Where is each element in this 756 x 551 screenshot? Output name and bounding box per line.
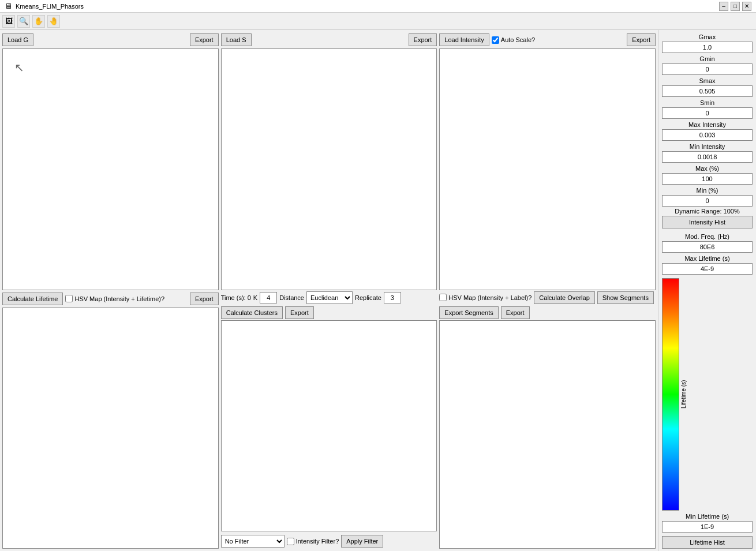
app-title: Kmeans_FLIM_Phasors	[16, 3, 84, 10]
gmin-input[interactable]	[662, 63, 753, 75]
min-intensity-label: Min Intensity	[662, 143, 753, 150]
dist-label: Distance	[279, 294, 304, 301]
max-pct-input[interactable]	[662, 173, 753, 185]
title-bar-left: 🖥 Kmeans_FLIM_Phasors	[5, 2, 84, 10]
hsv-lifetime-text: HSV Map (Intensity + Lifetime)?	[74, 295, 164, 302]
calc-lifetime-button[interactable]: Calculate Lifetime	[2, 293, 63, 305]
export-lifetime-button[interactable]: Export	[190, 293, 219, 305]
intensity-panel-header: Load Intensity Auto Scale? Export	[439, 32, 656, 47]
autoscale-checkbox[interactable]	[492, 36, 499, 44]
time-label: Time (s): 0	[221, 294, 251, 301]
colorbar-section: Lifetime (s)	[662, 278, 753, 511]
replicate-input[interactable]	[384, 292, 401, 303]
maximize-button[interactable]: □	[731, 2, 740, 11]
min-lifetime-input[interactable]	[662, 521, 753, 533]
intensity-canvas	[439, 48, 656, 290]
k-label: K	[253, 294, 257, 301]
smin-input[interactable]	[662, 107, 753, 119]
colorbar-axis-label: Lifetime (s)	[680, 278, 687, 511]
show-segments-button[interactable]: Show Segments	[597, 291, 654, 304]
hsv-overlap-checkbox[interactable]	[439, 294, 447, 301]
load-intensity-button[interactable]: Load Intensity	[439, 33, 489, 46]
intensity-filter-checkbox[interactable]	[287, 538, 294, 545]
right-sidebar: Gmax Gmin Smax Smin Max Intensity Min In…	[658, 30, 756, 551]
g-panel: Load G Export ↖	[2, 32, 219, 290]
export-g-button[interactable]: Export	[190, 33, 219, 46]
autoscale-text: Auto Scale?	[501, 36, 535, 43]
max-lifetime-input[interactable]	[662, 263, 753, 275]
max-intensity-input[interactable]	[662, 129, 753, 141]
left-panels: Load G Export ↖ Load S Export	[0, 30, 658, 551]
smax-label: Smax	[662, 77, 753, 84]
replicate-label: Replicate	[355, 294, 381, 301]
cluster-panel: Time (s): 0 K Distance Euclidean Correla…	[221, 291, 437, 549]
gmin-label: Gmin	[662, 55, 753, 62]
max-lifetime-label: Max Lifetime (s)	[662, 255, 753, 262]
overlap-canvas	[439, 320, 656, 549]
smin-label: Smin	[662, 99, 753, 106]
minimize-button[interactable]: –	[719, 2, 728, 11]
k-input[interactable]	[260, 292, 277, 303]
export-cluster-button[interactable]: Export	[285, 306, 314, 319]
lifetime-panel: Calculate Lifetime HSV Map (Intensity + …	[2, 291, 219, 549]
hsv-lifetime-checkbox[interactable]	[65, 295, 73, 302]
colorbar	[662, 278, 679, 511]
main-content: Load G Export ↖ Load S Export	[0, 30, 756, 551]
calc-overlap-button[interactable]: Calculate Overlap	[534, 291, 594, 304]
hsv-overlap-text: HSV Map (Intensity + Label)?	[448, 294, 532, 301]
load-s-button[interactable]: Load S	[221, 33, 252, 46]
s-panel: Load S Export	[221, 32, 437, 290]
cluster-panel-header: Time (s): 0 K Distance Euclidean Correla…	[221, 291, 437, 319]
export-segments-button[interactable]: Export Segments	[439, 306, 498, 319]
calc-clusters-button[interactable]: Calculate Clusters	[221, 306, 283, 319]
apply-filter-button[interactable]: Apply Filter	[341, 535, 383, 548]
distance-select[interactable]: Euclidean Correlation Cosine	[306, 291, 353, 304]
filter-select[interactable]: No Filter Gaussian Median	[221, 535, 285, 548]
smax-input[interactable]	[662, 85, 753, 97]
cluster-canvas	[221, 320, 437, 532]
bottom-row: Calculate Lifetime HSV Map (Intensity + …	[2, 291, 656, 549]
app-icon: 🖥	[5, 2, 12, 10]
gmax-input[interactable]	[662, 42, 753, 53]
toolbar: 🖼 🔍 ✋ 🤚	[0, 13, 756, 30]
toolbar-icon-zoom[interactable]: 🔍	[17, 15, 30, 28]
filter-row: No Filter Gaussian Median Intensity Filt…	[221, 534, 437, 549]
lifetime-panel-header: Calculate Lifetime HSV Map (Intensity + …	[2, 291, 219, 306]
min-lifetime-label: Min Lifetime (s)	[662, 513, 753, 520]
mod-freq-input[interactable]	[662, 241, 753, 253]
close-button[interactable]: ✕	[742, 2, 751, 11]
min-pct-input[interactable]	[662, 195, 753, 207]
hsv-lifetime-label[interactable]: HSV Map (Intensity + Lifetime)?	[65, 295, 164, 302]
lifetime-canvas	[2, 308, 219, 549]
export-overlap-button[interactable]: Export	[501, 306, 530, 319]
intensity-hist-button[interactable]: Intensity Hist	[662, 216, 753, 228]
top-row: Load G Export ↖ Load S Export	[2, 32, 656, 290]
mod-freq-label: Mod. Freq. (Hz)	[662, 233, 753, 240]
overlap-panel: HSV Map (Intensity + Label)? Calculate O…	[439, 291, 656, 549]
toolbar-icon-pan[interactable]: ✋	[32, 15, 45, 28]
intensity-filter-label[interactable]: Intensity Filter?	[287, 538, 339, 545]
min-pct-label: Min (%)	[662, 187, 753, 194]
dynamic-range-text: Dynamic Range: 100%	[662, 208, 753, 215]
hsv-overlap-label[interactable]: HSV Map (Intensity + Label)?	[439, 294, 532, 301]
max-pct-label: Max (%)	[662, 165, 753, 172]
min-intensity-input[interactable]	[662, 151, 753, 163]
time-value: 0	[248, 294, 251, 301]
intensity-panel: Load Intensity Auto Scale? Export	[439, 32, 656, 290]
export-s-button[interactable]: Export	[409, 33, 437, 46]
gmax-label: Gmax	[662, 33, 753, 40]
toolbar-icon-image[interactable]: 🖼	[2, 15, 15, 28]
title-bar: 🖥 Kmeans_FLIM_Phasors – □ ✕	[0, 0, 756, 13]
autoscale-label[interactable]: Auto Scale?	[492, 36, 535, 44]
export-intensity-button[interactable]: Export	[627, 33, 656, 46]
toolbar-icon-grab[interactable]: 🤚	[47, 15, 60, 28]
title-bar-controls[interactable]: – □ ✕	[719, 2, 751, 11]
s-canvas	[221, 48, 437, 290]
g-canvas: ↖	[2, 48, 219, 290]
intensity-filter-text: Intensity Filter?	[296, 538, 339, 545]
load-g-button[interactable]: Load G	[2, 33, 33, 46]
lifetime-hist-button[interactable]: Lifetime Hist	[662, 536, 753, 549]
s-panel-header: Load S Export	[221, 32, 437, 47]
g-panel-header: Load G Export	[2, 32, 219, 47]
cursor-icon: ↖	[14, 61, 24, 74]
